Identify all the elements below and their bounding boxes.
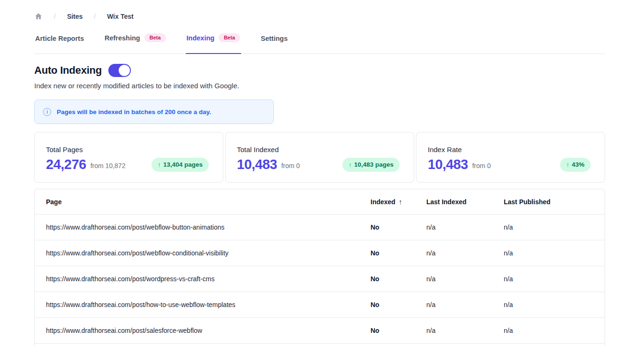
last-published-cell: n/a xyxy=(504,275,593,283)
indexed-cell: No xyxy=(371,327,426,334)
tab-label: Article Reports xyxy=(35,35,84,42)
tab-bar: Article Reports Refreshing Beta Indexing… xyxy=(34,33,605,54)
last-indexed-cell: n/a xyxy=(426,327,504,334)
table-header-row: Page Indexed ↑ Last Indexed Last Publish… xyxy=(35,189,605,215)
column-header-indexed[interactable]: Indexed ↑ xyxy=(371,198,426,206)
stat-from: from 10,872 xyxy=(91,162,126,169)
tab-article-reports[interactable]: Article Reports xyxy=(34,35,85,54)
page-title: Auto Indexing xyxy=(34,64,102,77)
auto-indexing-toggle[interactable] xyxy=(108,64,131,77)
stat-change-badge: ↑ 43% xyxy=(560,158,591,172)
stat-badge-text: 43% xyxy=(572,161,584,168)
up-arrow-icon: ↑ xyxy=(566,161,569,169)
tab-label: Indexing xyxy=(187,34,215,42)
breadcrumb-separator: / xyxy=(94,13,96,20)
stat-change-badge: ↑ 13,404 pages xyxy=(152,158,209,172)
stats-row: Total Pages 24,276 from 10,872 ↑ 13,404 … xyxy=(34,132,605,183)
tab-settings[interactable]: Settings xyxy=(260,35,288,54)
last-published-cell: n/a xyxy=(504,223,593,231)
info-banner-text: Pages will be indexed in batches of 200 … xyxy=(57,108,211,115)
stat-card-total-pages: Total Pages 24,276 from 10,872 ↑ 13,404 … xyxy=(34,132,223,183)
table-body: https://www.drafthorseai.com/post/webflo… xyxy=(35,215,605,344)
last-indexed-cell: n/a xyxy=(426,249,504,257)
tab-indexing[interactable]: Indexing Beta xyxy=(186,33,241,54)
stat-label: Total Pages xyxy=(46,146,209,154)
stat-value: 24,276 xyxy=(46,157,86,172)
toggle-knob xyxy=(119,65,130,76)
stat-card-total-indexed: Total Indexed 10,483 from 0 ↑ 10,483 pag… xyxy=(225,132,414,183)
stat-from: from 0 xyxy=(281,162,300,169)
stat-label: Total Indexed xyxy=(237,146,400,154)
up-arrow-icon: ↑ xyxy=(158,161,161,169)
sort-arrow-icon: ↑ xyxy=(399,198,402,206)
home-icon[interactable] xyxy=(34,12,43,21)
beta-badge: Beta xyxy=(144,33,166,42)
breadcrumb-separator: / xyxy=(54,13,56,20)
page-description: Index new or recently modified articles … xyxy=(34,82,605,90)
last-indexed-cell: n/a xyxy=(426,301,504,308)
info-banner: i Pages will be indexed in batches of 20… xyxy=(34,100,274,124)
last-published-cell: n/a xyxy=(504,301,593,308)
pages-table: Page Indexed ↑ Last Indexed Last Publish… xyxy=(34,189,605,346)
last-published-cell: n/a xyxy=(504,327,593,334)
stat-change-badge: ↑ 10,483 pages xyxy=(342,158,400,172)
heading-row: Auto Indexing xyxy=(34,64,605,77)
breadcrumb-sites[interactable]: Sites xyxy=(67,13,83,20)
stat-value: 10,483 xyxy=(428,157,468,172)
main-content: / Sites / Wix Test Article Reports Refre… xyxy=(34,0,605,346)
breadcrumb: / Sites / Wix Test xyxy=(34,0,605,21)
indexed-cell: No xyxy=(371,301,426,308)
stat-label: Index Rate xyxy=(428,146,591,154)
page-url-cell: https://www.drafthorseai.com/post/webflo… xyxy=(46,249,371,257)
tab-label: Refreshing xyxy=(105,34,140,42)
stat-from: from 0 xyxy=(472,162,491,169)
stat-value: 10,483 xyxy=(237,157,277,172)
beta-badge: Beta xyxy=(219,33,240,42)
indexed-cell: No xyxy=(371,249,426,257)
table-row[interactable]: https://www.drafthorseai.com/post/wordpr… xyxy=(35,266,605,292)
last-indexed-cell: n/a xyxy=(426,223,504,231)
page-url-cell: https://www.drafthorseai.com/post/how-to… xyxy=(46,301,371,308)
column-header-last-indexed: Last Indexed xyxy=(426,198,504,206)
table-row[interactable]: https://www.drafthorseai.com/post/how-to… xyxy=(35,292,605,318)
tab-label: Settings xyxy=(261,35,288,42)
stat-badge-text: 13,404 pages xyxy=(163,161,203,168)
page-url-cell: https://www.drafthorseai.com/post/webflo… xyxy=(46,223,371,231)
indexed-cell: No xyxy=(371,275,426,283)
tab-refreshing[interactable]: Refreshing Beta xyxy=(104,33,167,54)
table-partial-row xyxy=(35,344,605,346)
page-url-cell: https://www.drafthorseai.com/post/salesf… xyxy=(46,327,371,334)
up-arrow-icon: ↑ xyxy=(349,161,352,169)
table-row[interactable]: https://www.drafthorseai.com/post/webflo… xyxy=(35,215,605,240)
column-header-last-published: Last Published xyxy=(504,198,593,206)
stat-badge-text: 10,483 pages xyxy=(354,161,394,168)
last-indexed-cell: n/a xyxy=(426,275,504,283)
indexed-cell: No xyxy=(371,223,426,231)
table-row[interactable]: https://www.drafthorseai.com/post/webflo… xyxy=(35,240,605,266)
info-icon: i xyxy=(43,108,51,116)
stat-card-index-rate: Index Rate 10,483 from 0 ↑ 43% xyxy=(416,132,605,183)
page-url-cell: https://www.drafthorseai.com/post/wordpr… xyxy=(46,275,371,283)
breadcrumb-current: Wix Test xyxy=(107,13,133,20)
last-published-cell: n/a xyxy=(504,249,593,257)
column-header-page: Page xyxy=(46,198,371,206)
table-row[interactable]: https://www.drafthorseai.com/post/salesf… xyxy=(35,318,605,344)
